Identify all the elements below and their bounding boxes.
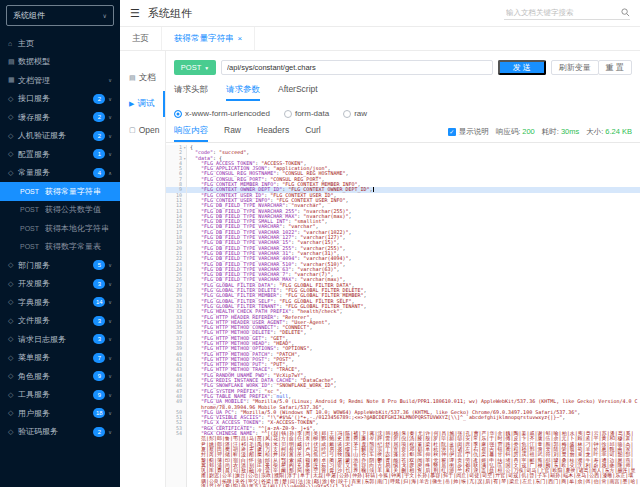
- sidebar-item[interactable]: ▦文档管理∨: [0, 71, 120, 90]
- response-tab[interactable]: 响应内容: [174, 125, 208, 142]
- sidebar-item-label: 工具服务: [18, 389, 50, 400]
- chevron-down-icon: ∨: [108, 77, 112, 83]
- page-tab[interactable]: 获得常量字符串×: [162, 27, 255, 50]
- chevron-down-icon: ∨: [108, 151, 112, 157]
- response-size: 6.24 KB: [605, 127, 632, 136]
- api-icon: ◇: [8, 391, 18, 399]
- subnav-item[interactable]: ▢Open: [120, 117, 165, 143]
- show-desc-checkbox[interactable]: ✓ 显示说明: [448, 127, 489, 137]
- count-badge: 3: [93, 316, 105, 326]
- sidebar-item[interactable]: ◇工具服务9∨: [0, 386, 120, 405]
- subnav-item[interactable]: ▶调试: [120, 91, 165, 117]
- sidebar-item[interactable]: ◇文件服务3∨: [0, 312, 120, 331]
- sidebar-item-label: 文档管理: [18, 75, 50, 86]
- sidebar-item[interactable]: ⌂主页: [0, 34, 120, 53]
- button-group: 刷新变量 重 置: [551, 60, 632, 75]
- refresh-vars-button[interactable]: 刷新变量: [551, 60, 599, 75]
- sidebar-item-label: 菜单服务: [18, 352, 50, 363]
- api-icon: ◇: [8, 354, 18, 362]
- sidebar-item[interactable]: ◇接口服务2∨: [0, 90, 120, 109]
- url-input[interactable]: [221, 60, 493, 75]
- chevron-down-icon: ∨: [108, 96, 112, 102]
- count-badge: 2: [93, 94, 105, 104]
- response-editor[interactable]: 1▾{2"code": "succeed",3▾"data": {4"FLG_A…: [166, 143, 640, 487]
- chevron-down-icon: ∨: [108, 429, 112, 435]
- sidebar-item[interactable]: ◇请求日志服务3∨: [0, 330, 120, 349]
- request-tab[interactable]: 请求参数: [226, 84, 260, 101]
- send-button[interactable]: 发 送: [498, 60, 546, 75]
- home-icon: ⌂: [8, 40, 18, 47]
- radio-selected-icon: [174, 110, 182, 118]
- chevron-down-icon: ∨: [108, 262, 112, 268]
- api-icon: ◇: [8, 261, 18, 269]
- response-meta: ✓ 显示说明 响应码:200 耗时:30ms 大小:6.24 KB: [448, 127, 632, 142]
- sidebar-item[interactable]: ◇验证码服务2∨: [0, 423, 120, 442]
- page-tab-label: 主页: [132, 33, 149, 45]
- status-code: 200: [522, 127, 535, 136]
- request-tab[interactable]: 请求头部: [174, 84, 208, 101]
- main-area: ☰ 系统组件 主页获得常量字符串× ▤文档▶调试▢Open POST ▼: [120, 0, 640, 487]
- count-badge: 3: [93, 279, 105, 289]
- sidebar-item[interactable]: ◇常量服务4∧: [0, 164, 120, 183]
- size-pair: 大小:6.24 KB: [586, 127, 632, 137]
- radio-icon: [343, 110, 351, 118]
- chevron-down-icon: ∨: [108, 355, 112, 361]
- sidebar-item-label: 用户服务: [18, 408, 50, 419]
- sidebar-item-label: 数据模型: [18, 56, 50, 67]
- api-icon: ◇: [8, 298, 18, 306]
- count-badge: 7: [93, 353, 105, 363]
- request-tab[interactable]: AfterScript: [278, 84, 318, 101]
- count-badge: 18: [93, 408, 105, 418]
- sidebar-item[interactable]: ▤数据模型: [0, 53, 120, 72]
- method-label: POST: [20, 243, 40, 250]
- request-row: POST ▼ 发 送 刷新变量 重 置: [174, 60, 632, 75]
- reset-button[interactable]: 重 置: [598, 60, 632, 75]
- sidebar-item[interactable]: ◇角色服务9∨: [0, 367, 120, 386]
- chevron-down-icon: ∨: [108, 318, 112, 324]
- search-icon[interactable]: [621, 8, 630, 17]
- request-tabs: 请求头部请求参数AfterScript: [174, 84, 632, 101]
- subnav-item[interactable]: ▤文档: [120, 65, 165, 91]
- doc-search-input[interactable]: [504, 7, 618, 18]
- response-tab[interactable]: Headers: [257, 125, 289, 142]
- response-tabs-row: 响应内容RawHeadersCurl ✓ 显示说明 响应码:200 耗时:30m…: [166, 125, 640, 143]
- chevron-down-icon: ▼: [204, 65, 209, 71]
- body-type-label: form-data: [295, 109, 329, 118]
- chevron-down-icon: ∨: [103, 12, 107, 19]
- body-type-radio[interactable]: x-www-form-urlencoded: [174, 109, 270, 118]
- project-select[interactable]: 系统组件 ∨: [6, 5, 114, 26]
- close-tab-icon[interactable]: ×: [238, 34, 243, 43]
- sidebar-item[interactable]: ◇缓存服务2∨: [0, 108, 120, 127]
- api-icon: ◇: [8, 409, 18, 417]
- page-tab[interactable]: 主页: [120, 27, 162, 50]
- sidebar-item-label: 接口服务: [18, 93, 50, 104]
- sidebar-endpoint[interactable]: POST获得本地化字符串: [0, 219, 120, 238]
- project-select-value: 系统组件: [13, 10, 45, 21]
- sidebar-item[interactable]: ◇人机验证服务2∨: [0, 127, 120, 146]
- sidebar-item[interactable]: ◇菜单服务7∨: [0, 349, 120, 368]
- body-type-radio[interactable]: raw: [343, 109, 367, 118]
- status-pair: 响应码:200: [496, 127, 535, 137]
- app-window: 系统组件 ∨ ⌂主页▤数据模型▦文档管理∨◇接口服务2∨◇缓存服务2∨◇人机验证…: [0, 0, 640, 487]
- sidebar-item-label: 开发服务: [18, 278, 50, 289]
- sidebar-item[interactable]: ◇部门服务5∨: [0, 256, 120, 275]
- sidebar-item[interactable]: ◇配置服务1∨: [0, 145, 120, 164]
- response-tab[interactable]: Curl: [305, 125, 321, 142]
- method-select[interactable]: POST ▼: [174, 60, 216, 75]
- sidebar-item[interactable]: ◇用户服务18∨: [0, 404, 120, 423]
- sidebar-endpoint[interactable]: POST获得数字常量表: [0, 238, 120, 257]
- count-badge: 4: [93, 168, 105, 178]
- count-badge: 5: [93, 260, 105, 270]
- api-icon: ◇: [8, 113, 18, 121]
- sidebar-item[interactable]: ◇开发服务3∨: [0, 275, 120, 294]
- body-type-radio[interactable]: form-data: [284, 109, 329, 118]
- body-type-label: x-www-form-urlencoded: [185, 109, 270, 118]
- doc-search: [504, 7, 630, 20]
- subnav-item-label: Open: [139, 125, 160, 135]
- sidebar-item[interactable]: ◇字典服务14∨: [0, 293, 120, 312]
- sidebar-endpoint[interactable]: POST获得公共数学值: [0, 201, 120, 220]
- sidebar-item-label: 文件服务: [18, 315, 50, 326]
- sidebar-endpoint[interactable]: POST获得常量字符串: [0, 182, 120, 201]
- response-tab[interactable]: Raw: [224, 125, 241, 142]
- menu-toggle-icon[interactable]: ☰: [130, 7, 140, 20]
